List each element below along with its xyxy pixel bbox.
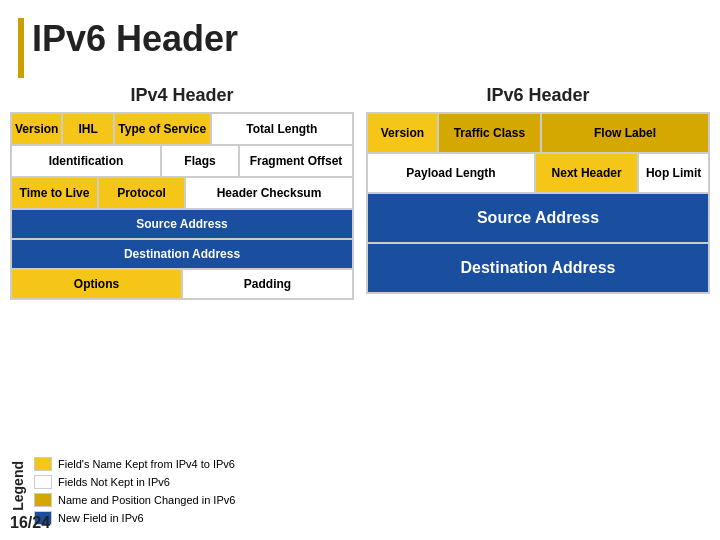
ipv6-row-4: Destination Address <box>367 243 709 293</box>
ipv6-traffic-class: Traffic Class <box>438 113 541 153</box>
legend-color-kept <box>34 457 52 471</box>
ipv4-header-checksum: Header Checksum <box>185 177 353 209</box>
ipv4-type-of-service: Type of Service <box>114 113 211 145</box>
ipv4-row-4: Source Address <box>11 209 353 239</box>
slide-number: 16/24 <box>10 514 50 532</box>
ipv4-padding: Padding <box>182 269 353 299</box>
ipv6-row-3: Source Address <box>367 193 709 243</box>
ipv6-version: Version <box>367 113 438 153</box>
page-title: IPv6 Header <box>32 18 238 60</box>
accent-bar <box>18 18 24 78</box>
legend-item-4: New Field in IPv6 <box>34 511 235 525</box>
ipv4-source-address: Source Address <box>11 209 353 239</box>
ipv4-row-3: Time to Live Protocol Header Checksum <box>11 177 353 209</box>
ipv6-next-header: Next Header <box>535 153 638 193</box>
ipv4-fragment-offset: Fragment Offset <box>239 145 353 177</box>
legend-color-not-kept <box>34 475 52 489</box>
ipv4-destination-address: Destination Address <box>11 239 353 269</box>
ipv6-destination-address: Destination Address <box>367 243 709 293</box>
ipv4-row-5: Destination Address <box>11 239 353 269</box>
legend-label-not-kept: Fields Not Kept in IPv6 <box>58 476 170 488</box>
ipv4-row-1: Version IHL Type of Service Total Length <box>11 113 353 145</box>
ipv6-source-address: Source Address <box>367 193 709 243</box>
legend-item-3: Name and Position Changed in IPv6 <box>34 493 235 507</box>
legend-color-changed <box>34 493 52 507</box>
ipv6-panel-title: IPv6 Header <box>366 85 710 106</box>
ipv4-flags: Flags <box>161 145 239 177</box>
legend-label-changed: Name and Position Changed in IPv6 <box>58 494 235 506</box>
ipv4-time-to-live: Time to Live <box>11 177 98 209</box>
legend-items: Field's Name Kept from IPv4 to IPv6 Fiel… <box>34 457 235 525</box>
ipv4-ihl: IHL <box>62 113 113 145</box>
ipv4-identification: Identification <box>11 145 161 177</box>
ipv4-options: Options <box>11 269 182 299</box>
ipv4-row-2: Identification Flags Fragment Offset <box>11 145 353 177</box>
ipv6-row-1: Version Traffic Class Flow Label <box>367 113 709 153</box>
ipv4-total-length: Total Length <box>211 113 353 145</box>
ipv4-protocol: Protocol <box>98 177 185 209</box>
ipv6-payload-length: Payload Length <box>367 153 535 193</box>
legend-label-kept: Field's Name Kept from IPv4 to IPv6 <box>58 458 235 470</box>
main-content: IPv4 Header Version IHL Type of Service … <box>10 85 710 300</box>
ipv6-panel: IPv6 Header Version Traffic Class Flow L… <box>366 85 710 300</box>
ipv4-panel: IPv4 Header Version IHL Type of Service … <box>10 85 354 300</box>
ipv4-grid: Version IHL Type of Service Total Length… <box>10 112 354 300</box>
legend-title: Legend <box>10 461 26 511</box>
ipv4-version: Version <box>11 113 62 145</box>
ipv6-flow-label: Flow Label <box>541 113 709 153</box>
legend-item-2: Fields Not Kept in IPv6 <box>34 475 235 489</box>
legend-item-1: Field's Name Kept from IPv4 to IPv6 <box>34 457 235 471</box>
ipv6-row-2: Payload Length Next Header Hop Limit <box>367 153 709 193</box>
ipv6-hop-limit: Hop Limit <box>638 153 709 193</box>
ipv6-grid: Version Traffic Class Flow Label Payload… <box>366 112 710 294</box>
ipv4-row-6: Options Padding <box>11 269 353 299</box>
ipv4-panel-title: IPv4 Header <box>10 85 354 106</box>
legend-label-new: New Field in IPv6 <box>58 512 144 524</box>
